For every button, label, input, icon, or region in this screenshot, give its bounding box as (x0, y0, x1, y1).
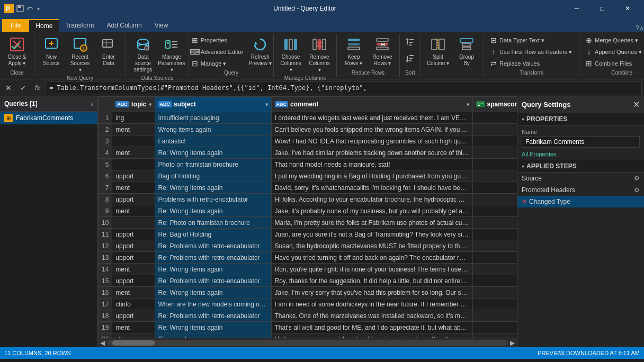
keep-rows-button[interactable]: KeepRows ▾ (340, 35, 368, 68)
recent-sources-button[interactable]: ↻ RecentSources ▾ (66, 35, 94, 74)
table-row[interactable]: 1ingInsufficient packagingI ordered thre… (99, 112, 517, 124)
step-promoted-headers-gear-icon[interactable]: ⚙ (634, 186, 640, 194)
remove-columns-button[interactable]: RemoveColumns ▾ (306, 35, 333, 74)
ribbon-help-button[interactable]: ? (636, 24, 639, 32)
properties-section-header[interactable]: ▾ PROPERTIES (517, 113, 644, 125)
advanced-editor-button[interactable]: ⌨ Advanced Editor (189, 47, 246, 57)
spamscore-cell (472, 182, 517, 194)
comment-dropdown-icon[interactable]: ▾ (467, 102, 469, 107)
minimize-button[interactable]: ─ (565, 0, 589, 17)
step-source[interactable]: Source ⚙ (517, 173, 644, 184)
merge-queries-button[interactable]: ⊕ Merge Queries ▾ (583, 35, 640, 46)
new-source-button[interactable]: NewSource (38, 35, 65, 68)
subject-dropdown-icon[interactable]: ▾ (265, 102, 268, 107)
query-item-fabrikam[interactable]: ⊞ FabrikamComments (0, 112, 97, 124)
table-row[interactable]: 13upportRe: Problems with retro-encabula… (99, 252, 517, 264)
table-row[interactable]: 20stionGizmo colorsHi, have you ever con… (99, 333, 517, 338)
ribbon-collapse-button[interactable]: ∧ (639, 24, 644, 32)
properties-button[interactable]: ⊞ Properties (189, 35, 246, 46)
col-header-subject[interactable]: ABC subject ▾ (155, 97, 271, 112)
quick-access-save-icon[interactable] (16, 4, 24, 13)
close-apply-button[interactable]: Close &Apply ▾ (3, 35, 31, 68)
horizontal-scrollbar[interactable] (107, 340, 508, 346)
step-source-gear-icon[interactable]: ⚙ (634, 175, 640, 182)
maximize-button[interactable]: □ (590, 0, 614, 17)
table-row[interactable]: 7mentRe: Wrong items againDavid, sorry, … (99, 182, 517, 194)
applied-steps-section-header[interactable]: ▾ APPLIED STEPS (517, 160, 644, 173)
formula-input[interactable] (46, 82, 642, 94)
collapse-panel-button[interactable]: ‹ (91, 99, 93, 108)
data-grid[interactable]: ABC topic ▾ ABC subject ▾ (98, 96, 517, 338)
undo-icon[interactable] (26, 4, 35, 13)
table-row[interactable]: 10Re: Photo on framistan brochureMaria, … (99, 217, 517, 229)
table-row[interactable]: 19mentRe: Wrong items againThat's all we… (99, 322, 517, 333)
refresh-preview-button[interactable]: RefreshPreview ▾ (246, 35, 274, 68)
tab-transform[interactable]: Transform (59, 19, 100, 32)
manage-parameters-button[interactable]: ManageParameters ▾ (158, 35, 185, 74)
append-queries-button[interactable]: ↓ Append Queries ▾ (583, 47, 644, 57)
window-controls[interactable]: ─ □ ✕ (565, 0, 640, 17)
row-number-cell: 4 (99, 147, 112, 159)
table-row[interactable]: 5Photo on framistan brochureThat hand mo… (99, 159, 517, 170)
comment-cell: Juan, are you sure it's not a Bag of Tra… (271, 229, 472, 240)
col-header-comment[interactable]: ABC comment ▾ (271, 97, 472, 112)
group-by-icon (459, 37, 475, 52)
choose-columns-button[interactable]: ChooseColumns ▾ (277, 35, 305, 74)
col-header-topic[interactable]: ABC topic ▾ (112, 97, 155, 112)
table-row[interactable]: 11upportRe: Bag of HoldingJuan, are you … (99, 229, 517, 240)
properties-icon: ⊞ (191, 36, 199, 44)
table-row[interactable]: 16mentRe: Wrong items againJake, I'm ver… (99, 287, 517, 298)
tab-add-column[interactable]: Add Column (101, 19, 148, 32)
data-source-settings-button[interactable]: ⚙ Data sourcesettings (129, 35, 157, 74)
scroll-left-button[interactable]: ◀ (100, 339, 105, 347)
name-prop-value[interactable]: Fabrikam Comments (522, 136, 640, 148)
data-source-settings-label: Data sourcesettings (131, 54, 155, 73)
topic-cell (112, 135, 155, 147)
enter-data-button[interactable]: EnterData (95, 35, 122, 68)
table-row[interactable]: 3Fantastic!Wow! I had NO IDEA that recip… (99, 135, 517, 147)
keep-rows-icon (346, 37, 362, 52)
split-column-button[interactable]: SplitColumn ▾ (424, 35, 452, 68)
combine-files-button[interactable]: ⊞ Combine Files (583, 58, 634, 69)
scroll-right-button[interactable]: ▶ (510, 339, 515, 347)
sort-ascending-button[interactable] (403, 35, 418, 50)
table-row[interactable]: 8upportProblems with retro-encabulatorHi… (99, 194, 517, 205)
table-row[interactable]: 17ctinfoWhen are the new models coming o… (99, 298, 517, 310)
scrollbar-thumb[interactable] (112, 340, 155, 346)
manage-button[interactable]: ⊟ Manage ▾ (189, 58, 246, 69)
table-row[interactable]: 2mentWrong items againCan't believe you … (99, 124, 517, 135)
row-number-cell: 12 (99, 240, 112, 252)
spamscore-cell (472, 194, 517, 205)
group-by-label: GroupBy (459, 54, 474, 67)
close-right-panel-button[interactable]: ✕ (633, 99, 640, 110)
replace-values-button[interactable]: ⇄ Replace Values (487, 58, 542, 69)
tab-view[interactable]: View (148, 19, 175, 32)
tab-home[interactable]: Home (29, 19, 59, 32)
group-by-button[interactable]: GroupBy (453, 35, 480, 68)
close-button[interactable]: ✕ (615, 0, 640, 17)
row-number-cell: 9 (99, 205, 112, 217)
table-row[interactable]: 15upportRe: Problems with retro-encabula… (99, 275, 517, 287)
formula-cancel-button[interactable]: ✕ (2, 82, 15, 94)
table-row[interactable]: 14mentRe: Wrong items againRon, you're q… (99, 264, 517, 275)
formula-confirm-button[interactable]: ✓ (17, 82, 30, 94)
topic-cell (112, 159, 155, 170)
table-row[interactable]: 4mentRe: Wrong items againJake, I've had… (99, 147, 517, 159)
subject-cell: Re: Wrong items again (155, 322, 271, 333)
dropdown-arrow-icon[interactable]: ▾ (37, 6, 40, 12)
step-promoted-headers[interactable]: Promoted Headers ⚙ (517, 184, 644, 196)
topic-dropdown-icon[interactable]: ▾ (149, 102, 151, 107)
spamscore-cell (472, 124, 517, 135)
step-changed-type[interactable]: ✕ Changed Type (517, 196, 644, 207)
use-first-row-button[interactable]: ↑ Use First Row as Headers ▾ (487, 47, 574, 57)
tab-file[interactable]: File (2, 19, 29, 32)
remove-rows-button[interactable]: RemoveRows ▾ (369, 35, 396, 68)
table-row[interactable]: 9mentRe: Wrong items againJake, it's pro… (99, 205, 517, 217)
col-header-spamscore[interactable]: 1²³ spamscore ▾ (472, 97, 517, 112)
table-row[interactable]: 12upportRe: Problems with retro-encabula… (99, 240, 517, 252)
table-row[interactable]: 18upportRe: Problems with retro-encabula… (99, 310, 517, 322)
data-type-button[interactable]: ⊟ Data Type: Text ▾ (487, 35, 547, 46)
all-properties-link[interactable]: All Properties (522, 151, 640, 157)
table-row[interactable]: 6upportBag of HoldingI put my wedding ri… (99, 170, 517, 182)
sort-descending-button[interactable] (403, 51, 418, 66)
